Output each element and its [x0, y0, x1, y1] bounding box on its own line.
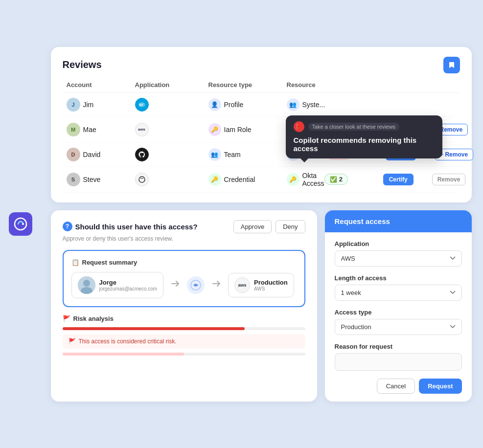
account-cell-mae: M Mae — [67, 123, 135, 136]
request-button[interactable]: Request — [419, 379, 461, 394]
destination-name: Production — [254, 279, 288, 286]
account-cell-david: D David — [67, 148, 135, 161]
relay-icon — [187, 276, 205, 294]
remove-button-steve[interactable]: Remove — [432, 174, 466, 185]
flow-arrow — [169, 278, 181, 292]
svg-text:SF: SF — [139, 103, 144, 107]
account-name-david: David — [83, 151, 101, 158]
request-access-title: Request access — [335, 217, 390, 225]
cancel-button[interactable]: Cancel — [377, 379, 415, 394]
application-select[interactable]: AWS GitHub Salesforce Okta — [335, 250, 462, 267]
reviews-panel: Reviews Account Application Resource typ… — [51, 47, 472, 202]
resource-icon-jim: 👥 — [287, 98, 299, 111]
resource-jim: Syste... — [302, 101, 325, 109]
col-resource: Resource — [287, 81, 316, 89]
summary-label: Request summary — [82, 259, 138, 266]
request-access-header: Request access — [325, 210, 472, 232]
svg-point-6 — [83, 280, 90, 287]
team-icon: 👥 — [208, 148, 221, 161]
copilot-tooltip: 🚩 Take a closer look at these reviews Co… — [286, 115, 442, 158]
svg-point-4 — [139, 177, 145, 182]
app-icon-salesforce: SF — [135, 98, 149, 112]
risk-bar-fill — [63, 327, 245, 330]
table-header: Account Application Resource type Resour… — [63, 81, 460, 93]
risk-title: 🚩 Risk analysis — [63, 315, 305, 322]
deny-button[interactable]: Deny — [276, 220, 305, 233]
resource-type-cell-david: 👥 Team — [208, 148, 287, 161]
risk-bar2-container — [63, 353, 305, 356]
resource-type-jim: Profile — [224, 101, 244, 109]
length-select[interactable]: 1 week 2 weeks 1 month Permanent — [335, 285, 462, 301]
risk-bar2-fill — [63, 353, 184, 356]
col-resource-type: Resource type — [208, 81, 287, 89]
col-remove — [423, 81, 472, 89]
length-group: Length of access 1 week 2 weeks 1 month … — [335, 274, 462, 301]
access-type-group: Access type Production Development Stagi… — [335, 309, 462, 335]
col-account: Account — [67, 81, 135, 89]
resource-cell-steve: 🔑 Okta Access — [287, 172, 324, 187]
remove-cell-steve: Remove — [432, 174, 481, 185]
profile-icon: 👤 — [208, 98, 221, 111]
app-icon-github — [135, 148, 149, 161]
risk-warning: 🚩 This access is considered critical ris… — [63, 334, 305, 349]
account-cell-jim: J Jim — [67, 98, 135, 112]
col-certify — [374, 81, 423, 89]
resource-type-mae: Iam Role — [224, 126, 252, 134]
application-label: Application — [335, 240, 462, 247]
request-summary-title: 📋 Request summary — [71, 259, 297, 266]
approve-button[interactable]: Approve — [233, 220, 272, 233]
question-sub: Approve or deny this user's access revie… — [63, 235, 305, 242]
risk-flag-icon: 🚩 — [63, 315, 70, 322]
resource-type-cell-jim: 👤 Profile — [208, 98, 287, 111]
summary-icon: 📋 — [71, 259, 79, 266]
reason-group: Reason for request — [335, 343, 462, 371]
form-actions: Cancel Request — [335, 379, 462, 394]
account-name-mae: Mae — [83, 126, 96, 134]
resource-type-cell-steve: 🔑 Credential — [208, 173, 287, 186]
access-type-select[interactable]: Production Development Staging — [335, 319, 462, 335]
svg-point-0 — [15, 218, 26, 230]
application-group: Application AWS GitHub Salesforce Okta — [335, 240, 462, 267]
flow-arrow2 — [210, 278, 222, 292]
destination-box: aws Production AWS — [228, 273, 294, 297]
request-flow: Jorge jorgezumas@acmeco.com — [71, 272, 297, 298]
certify-button-steve[interactable]: Certify — [383, 174, 414, 185]
reviews-title: Reviews — [63, 59, 102, 70]
bookmark-button[interactable] — [443, 57, 460, 73]
aws-logo: aws — [234, 277, 250, 293]
request-access-body: Application AWS GitHub Salesforce Okta L… — [325, 232, 472, 402]
svg-point-1 — [22, 223, 24, 225]
account-name-jim: Jim — [83, 101, 94, 109]
tooltip-sub-label: Take a closer look at these reviews — [308, 123, 400, 131]
table-row: J Jim SF 👤 Profile 👥 — [63, 93, 460, 117]
certify-cell-steve: Certify — [383, 174, 432, 185]
tooltip-flag-icon: 🚩 — [294, 121, 304, 132]
col-application: Application — [135, 81, 208, 89]
account-name-steve: Steve — [83, 176, 101, 183]
app-icon-aws: aws — [135, 123, 149, 136]
flag-badge-steve: ✅ 2 — [324, 174, 348, 185]
risk-section: 🚩 Risk analysis 🚩 This access is conside… — [63, 315, 305, 356]
resource-type-steve: Credential — [224, 176, 255, 183]
app-icon-notion — [135, 173, 149, 186]
resource-cell-jim: 👥 Syste... — [287, 98, 325, 111]
resource-steve: Okta Access — [302, 172, 324, 187]
jorge-avatar — [78, 276, 95, 294]
question-label: Should this user have this access? — [75, 223, 198, 231]
request-access-panel: Request access Application AWS GitHub Sa… — [325, 210, 472, 402]
iam-role-icon: 🔑 — [208, 123, 221, 136]
question-icon: ? — [63, 222, 72, 231]
reason-input[interactable] — [335, 353, 462, 371]
user-name: Jorge — [99, 279, 158, 286]
flag-cell-steve: ✅ 2 — [324, 174, 383, 185]
col-flags — [316, 81, 374, 89]
credential-icon: 🔑 — [208, 173, 221, 186]
app-cell-jim: SF — [135, 98, 208, 112]
resource-type-david: Team — [224, 151, 241, 158]
app-cell-david — [135, 148, 208, 161]
avatar-david: D — [67, 148, 80, 161]
okta-icon: 🔑 — [287, 173, 299, 186]
account-cell-steve: S Steve — [67, 173, 135, 186]
reason-label: Reason for request — [335, 343, 462, 350]
resource-type-cell-mae: 🔑 Iam Role — [208, 123, 287, 136]
